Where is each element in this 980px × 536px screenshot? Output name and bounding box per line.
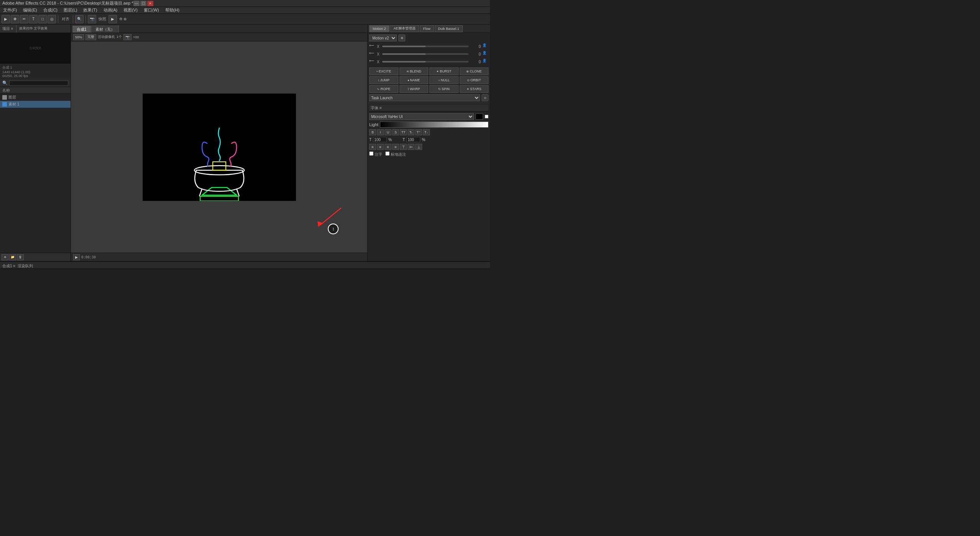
motion-btn-name[interactable]: ♦NAME bbox=[400, 76, 429, 84]
light-style-row: Light bbox=[369, 122, 488, 128]
font-italic-btn[interactable]: I bbox=[377, 129, 384, 135]
maximize-button[interactable]: ☐ bbox=[140, 1, 146, 6]
motion-btn-excite[interactable]: +EXCITE bbox=[369, 67, 398, 75]
tab-ae-scripts[interactable]: AE脚本管理器 bbox=[390, 25, 419, 32]
tl-render-tab[interactable]: 渲染队列 bbox=[18, 263, 33, 268]
motion-btn-blend[interactable]: ≋BLEND bbox=[400, 67, 429, 75]
menubar: 文件(F) 编辑(E) 合成(C) 图层(L) 效果(T) 动画(A) 视图(V… bbox=[0, 7, 490, 14]
motion-sliders: ⟵ X 0 👤 ⟵ X 0 👤 bbox=[369, 43, 488, 65]
tab-flow[interactable]: Flow bbox=[420, 25, 434, 32]
motion-btn-warp[interactable]: ⌇WARP bbox=[400, 85, 429, 93]
slider-icon-2[interactable]: ⟵ bbox=[369, 51, 375, 57]
tool-text[interactable]: T bbox=[29, 15, 38, 23]
slider-icon-1[interactable]: ⟵ bbox=[369, 43, 375, 49]
minimize-button[interactable]: — bbox=[133, 1, 140, 6]
viewer-camera-label: 活动摄像机 bbox=[98, 35, 115, 39]
viewer-views: 1个 bbox=[117, 35, 122, 39]
task-launch-select[interactable]: Task Launch bbox=[369, 94, 480, 101]
font-color-swatch2[interactable] bbox=[485, 115, 488, 118]
light-gradient-bar[interactable] bbox=[380, 122, 488, 128]
font-color-swatch[interactable] bbox=[475, 113, 483, 120]
project-item-folder-label: 图层 bbox=[8, 95, 16, 100]
project-item-comp[interactable]: 素材 1 bbox=[0, 101, 71, 108]
menu-layer[interactable]: 图层(L) bbox=[62, 7, 79, 13]
menu-window[interactable]: 窗口(W) bbox=[142, 7, 161, 13]
menu-anim[interactable]: 动画(A) bbox=[102, 7, 119, 13]
toolbar-snapshot-label: 快照 bbox=[97, 16, 108, 22]
tool-zoom[interactable]: 🔍 bbox=[75, 15, 84, 23]
align-mid-btn[interactable]: ⊨ bbox=[408, 144, 414, 150]
motion-btn-rope[interactable]: ∿ROPE bbox=[369, 85, 398, 93]
tab-duik[interactable]: Duik Bassel.1 bbox=[435, 25, 463, 32]
align-center-btn[interactable]: ≡ bbox=[377, 144, 384, 150]
tab-footage[interactable]: 素材（无） bbox=[91, 26, 119, 33]
slider-icon-3[interactable]: ⟵ bbox=[369, 59, 375, 65]
align-left-btn[interactable]: ≡ bbox=[369, 144, 376, 150]
menu-edit[interactable]: 编辑(E) bbox=[21, 7, 39, 13]
align-top-btn[interactable]: ⊤ bbox=[400, 144, 407, 150]
motion-btn-stars[interactable]: ✦STARS bbox=[460, 85, 489, 93]
align-bot-btn[interactable]: ⊥ bbox=[415, 144, 422, 150]
tool-render[interactable]: ▶ bbox=[109, 15, 117, 23]
font-size-input2[interactable] bbox=[406, 137, 420, 142]
font-underline-btn[interactable]: U bbox=[385, 129, 391, 135]
menu-help[interactable]: 帮助(H) bbox=[164, 7, 181, 13]
motion-btn-orbit[interactable]: ⊙ORBIT bbox=[460, 76, 489, 84]
align-justify-btn[interactable]: ≡ bbox=[392, 144, 399, 150]
motion-btn-spin[interactable]: ↻SPIN bbox=[429, 85, 459, 93]
slider-val-1: 0 bbox=[470, 44, 481, 49]
motion-btn-burst[interactable]: ✦BURST bbox=[429, 67, 459, 75]
close-button[interactable]: ✕ bbox=[147, 1, 153, 6]
viewer-snapshot-btn[interactable]: 📷 bbox=[123, 34, 132, 40]
checkbox-annot[interactable] bbox=[369, 151, 373, 156]
viewer-playback-btn[interactable]: ▶ bbox=[73, 254, 80, 260]
tl-comp1-tab[interactable]: 合成1 ≡ bbox=[2, 263, 15, 268]
task-launch-btn[interactable]: ⊙ bbox=[482, 94, 488, 101]
menu-effect[interactable]: 效果(T) bbox=[82, 7, 99, 13]
menu-view[interactable]: 视图(V) bbox=[122, 7, 139, 13]
project-item-folder[interactable]: 图层 bbox=[0, 94, 71, 101]
motion-settings-btn[interactable]: ⚙ bbox=[398, 35, 405, 41]
tool-pen[interactable]: ✏ bbox=[20, 15, 28, 23]
font-smallcap-btn[interactable]: Tₜ bbox=[408, 129, 414, 135]
font-name-select[interactable]: Microsoft YaHei UI bbox=[369, 113, 474, 120]
comp-tabs: 合成1 素材（无） bbox=[71, 25, 367, 33]
tool-shape[interactable]: □ bbox=[38, 15, 47, 23]
slider-row-3: ⟵ X 0 👤 bbox=[369, 58, 488, 65]
menu-file[interactable]: 文件(F) bbox=[2, 7, 18, 13]
toolbar-sep1 bbox=[58, 15, 58, 23]
slider-track-3[interactable] bbox=[382, 61, 469, 62]
align-row: ≡ ≡ ≡ ≡ ⊤ ⊨ ⊥ bbox=[369, 144, 488, 150]
motion-btn-null[interactable]: ○NULL bbox=[429, 76, 459, 84]
delete-button[interactable]: 🗑 bbox=[17, 254, 24, 260]
font-strikethrough-btn[interactable]: S bbox=[392, 129, 399, 135]
align-right-btn[interactable]: ≡ bbox=[385, 144, 391, 150]
motion-version-select[interactable]: Motion v2 bbox=[369, 35, 397, 41]
tab-comp1[interactable]: 合成1 bbox=[72, 26, 91, 33]
slider-track-1[interactable] bbox=[382, 46, 469, 47]
tool-snapshot[interactable]: 📷 bbox=[88, 15, 96, 23]
menu-comp[interactable]: 合成(C) bbox=[42, 7, 59, 13]
tab-motion2[interactable]: Motion 2 bbox=[369, 25, 390, 32]
folder-button[interactable]: 📁 bbox=[9, 254, 16, 260]
motion-buttons-grid: +EXCITE ≋BLEND ✦BURST ⊕CLONE ↕JUMP ♦NAME… bbox=[369, 67, 488, 93]
checkbox-region[interactable] bbox=[385, 151, 390, 156]
font-super-btn[interactable]: T⁺ bbox=[415, 129, 422, 135]
center-panel: 合成1 素材（无） 50% 完整 活动摄像机 1个 📷 +00 bbox=[71, 25, 367, 261]
viewer-zoom-btn[interactable]: 50% bbox=[73, 34, 84, 40]
font-size-input1[interactable] bbox=[373, 137, 387, 142]
new-comp-button[interactable]: ⊕ bbox=[2, 254, 8, 260]
font-bold-btn[interactable]: B bbox=[369, 129, 376, 135]
slider-track-2[interactable] bbox=[382, 53, 469, 55]
search-icon: 🔍 bbox=[2, 81, 8, 85]
tool-mask[interactable]: ◎ bbox=[48, 15, 56, 23]
tool-select[interactable]: ▶ bbox=[2, 15, 10, 23]
font-cap-btn[interactable]: TT bbox=[400, 129, 407, 135]
left-panel: 项目 ≡ 效果控件 文字效果 合成预览 合成 1 1440 x1440 (1.0… bbox=[0, 25, 71, 261]
motion-btn-clone[interactable]: ⊕CLONE bbox=[460, 67, 489, 75]
tool-move[interactable]: ✥ bbox=[11, 15, 19, 23]
viewer-quality-btn[interactable]: 完整 bbox=[86, 34, 96, 40]
font-sub-btn[interactable]: T₋ bbox=[423, 129, 430, 135]
project-search-input[interactable] bbox=[9, 81, 68, 86]
motion-btn-jump[interactable]: ↕JUMP bbox=[369, 76, 398, 84]
